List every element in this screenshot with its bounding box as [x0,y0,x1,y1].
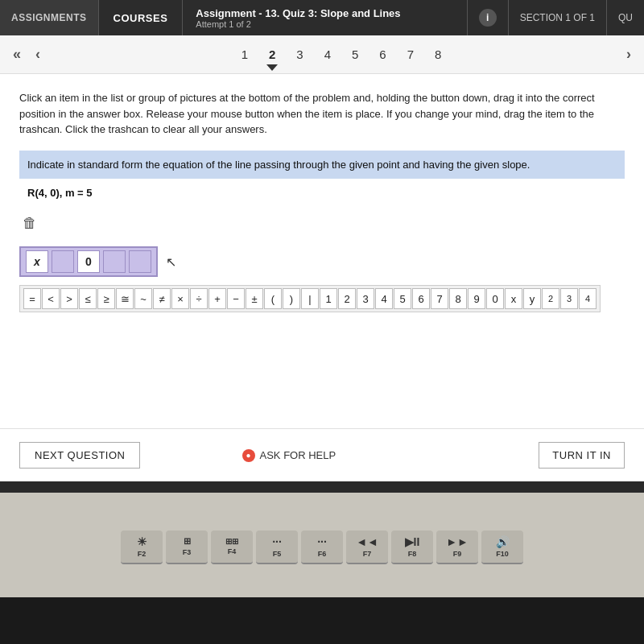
ask-for-help-label: ASK FOR HELP [260,449,336,461]
info-icon[interactable]: i [479,9,497,27]
nav-arrows: « ‹ [8,43,45,66]
given-values: R(4, 0), m = 5 [19,184,625,202]
sym-4[interactable]: 4 [375,288,393,309]
key-f5[interactable]: ··· F5 [256,530,298,564]
sym-2[interactable]: 2 [338,288,356,309]
page-2[interactable]: 2 [264,44,280,64]
key-f7[interactable]: ◄◄ F7 [346,530,388,564]
sym-minus[interactable]: − [227,288,245,309]
key-f3[interactable]: ⊞ F3 [166,530,208,564]
sym-pipe[interactable]: | [301,288,319,309]
ask-for-help-button[interactable]: ● ASK FOR HELP [242,449,336,462]
courses-nav[interactable]: COURSES [99,0,184,35]
sym-approx[interactable]: ≅ [116,288,134,309]
bottom-action-bar: NEXT QUESTION ● ASK FOR HELP TURN IT IN [0,428,644,481]
symbol-bar: = < > ≤ ≥ ≅ ~ ≠ × ÷ + − ± ( ) | 1 2 3 4 … [19,285,601,312]
instructions-text: Click an item in the list or group of pi… [19,90,625,138]
left-arrow[interactable]: ‹ [31,43,45,66]
sym-1[interactable]: 1 [320,288,337,309]
section-label: SECTION 1 OF 1 [509,0,607,35]
right-arrow[interactable]: › [621,43,636,66]
sym-leq[interactable]: ≤ [79,288,97,309]
sym-9[interactable]: 9 [468,288,485,309]
sym-plus[interactable]: + [208,288,226,309]
key-f2[interactable]: ☀ F2 [121,530,163,564]
sym-plusminus[interactable]: ± [246,288,263,309]
key-f9[interactable]: ►► F9 [436,530,478,564]
key-f10[interactable]: 🔊 F10 [481,530,523,564]
page-5[interactable]: 5 [347,44,363,64]
answer-box[interactable]: x 0 [19,246,158,277]
turn-it-in-button[interactable]: TURN IT IN [539,442,625,469]
question-text: Indicate in standard form the equation o… [19,151,625,180]
page-3[interactable]: 3 [291,44,308,64]
page-4[interactable]: 4 [320,44,336,64]
assignments-nav[interactable]: ASSIGNMENTS [0,0,99,35]
top-bar: ASSIGNMENTS COURSES Assignment - 13. Qui… [0,0,644,35]
key-f6[interactable]: ··· F6 [301,530,343,564]
sym-geq[interactable]: ≥ [97,288,115,309]
sym-tilde[interactable]: ~ [134,288,152,309]
qu-label: QU [607,0,644,35]
trash-button[interactable]: 🗑 [19,212,625,235]
sym-neq[interactable]: ≠ [153,288,171,309]
page-6[interactable]: 6 [374,44,390,64]
page-7[interactable]: 7 [402,44,419,64]
laptop-bezel [0,481,644,493]
answer-cell-4[interactable] [129,250,151,273]
courses-label: COURSES [114,12,168,24]
sym-5[interactable]: 5 [394,288,411,309]
cursor-icon: ↖ [166,254,176,270]
sym-cubed[interactable]: 3 [560,288,578,309]
sym-3[interactable]: 3 [357,288,374,309]
page-numbers: 1 2 3 4 5 6 7 8 [61,44,621,64]
sym-div[interactable]: ÷ [190,288,208,309]
assignments-label: ASSIGNMENTS [11,12,87,23]
sym-times[interactable]: × [171,288,189,309]
sym-lparen[interactable]: ( [264,288,282,309]
page-1[interactable]: 1 [237,44,253,64]
answer-cell-0[interactable]: 0 [77,250,100,273]
sym-equals[interactable]: = [23,288,41,309]
sym-y[interactable]: y [523,288,541,309]
answer-cell-x[interactable]: x [26,250,48,273]
key-f8[interactable]: ▶II F8 [391,530,433,564]
double-left-arrow[interactable]: « [8,43,26,66]
answer-cell-3[interactable] [103,250,126,273]
function-key-row: ☀ F2 ⊞ F3 ⊞⊞ F4 ··· F5 ··· F6 ◄◄ F7 ▶II … [121,530,523,564]
sym-greater[interactable]: > [60,288,78,309]
assignment-title-area: Assignment - 13. Quiz 3: Slope and Lines… [183,0,467,35]
sym-x[interactable]: x [505,288,522,309]
key-f4[interactable]: ⊞⊞ F4 [211,530,253,564]
next-question-button[interactable]: NEXT QUESTION [19,442,140,469]
help-icon: ● [242,449,255,462]
answer-area: x 0 ↖ [19,246,625,277]
assignment-name: Assignment - 13. Quiz 3: Slope and Lines [196,7,453,19]
navigation-bar: « ‹ 1 2 3 4 5 6 7 8 › [0,35,644,74]
info-button[interactable]: i [468,0,509,35]
page-8[interactable]: 8 [430,44,446,64]
attempt-label: Attempt 1 of 2 [196,19,453,29]
sym-fourth[interactable]: 4 [579,288,597,309]
sym-rparen[interactable]: ) [283,288,300,309]
sym-7[interactable]: 7 [431,288,448,309]
sym-0[interactable]: 0 [486,288,504,309]
sym-squared[interactable]: 2 [542,288,559,309]
sym-8[interactable]: 8 [449,288,467,309]
sym-less[interactable]: < [42,288,60,309]
answer-cell-1[interactable] [52,250,74,273]
sym-6[interactable]: 6 [412,288,430,309]
main-content: Click an item in the list or group of pi… [0,74,644,428]
laptop-keyboard: ☀ F2 ⊞ F3 ⊞⊞ F4 ··· F5 ··· F6 ◄◄ F7 ▶II … [0,493,644,597]
